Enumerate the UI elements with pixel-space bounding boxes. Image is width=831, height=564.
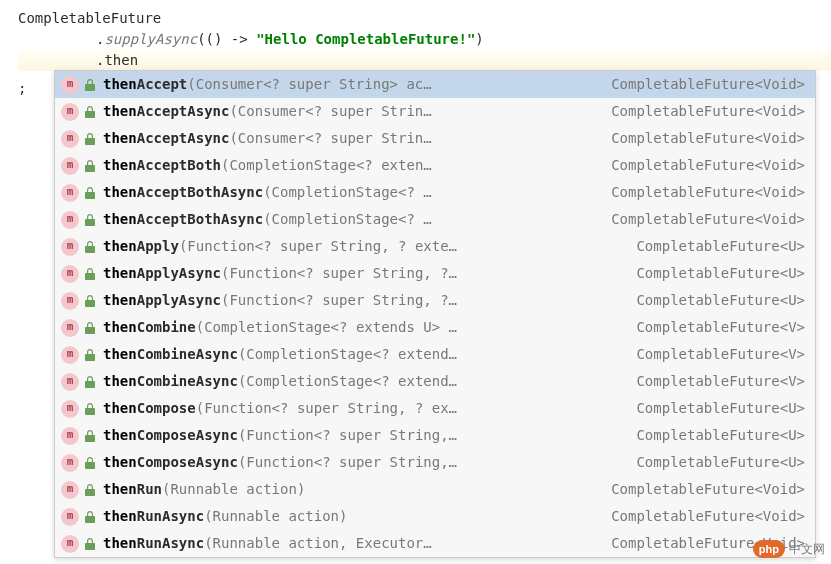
return-type: CompletableFuture<V> <box>636 344 805 365</box>
lock-icon <box>83 349 97 361</box>
method-icon: m <box>61 184 79 202</box>
method-icon: m <box>61 211 79 229</box>
lock-icon <box>83 133 97 145</box>
completion-label: thenApply(Function<? super String, ? ext… <box>103 236 457 257</box>
code-line-3-active: .then <box>18 50 831 71</box>
lock-icon <box>83 484 97 496</box>
method-icon: m <box>61 76 79 94</box>
lock-icon <box>83 295 97 307</box>
lock-icon <box>83 241 97 253</box>
completion-label: thenAcceptBothAsync(CompletionStage<? … <box>103 182 432 203</box>
completion-item[interactable]: mthenRunAsync(Runnable action)Completabl… <box>55 503 815 530</box>
lock-icon <box>83 160 97 172</box>
return-type: CompletableFuture<Void> <box>611 128 805 149</box>
lock-icon <box>83 106 97 118</box>
completion-item[interactable]: mthenRunAsync(Runnable action, Executor…… <box>55 530 815 557</box>
completion-label: thenCombineAsync(CompletionStage<? exten… <box>103 344 457 365</box>
return-type: CompletableFuture<Void> <box>611 182 805 203</box>
completion-label: thenRunAsync(Runnable action, Executor… <box>103 533 432 554</box>
completion-item[interactable]: mthenCompose(Function<? super String, ? … <box>55 395 815 422</box>
lock-icon <box>83 457 97 469</box>
method-icon: m <box>61 481 79 499</box>
watermark: php 中文网 <box>753 540 825 559</box>
lock-icon <box>83 79 97 91</box>
completion-item[interactable]: mthenCombine(CompletionStage<? extends U… <box>55 314 815 341</box>
completion-label: thenAcceptBothAsync(CompletionStage<? … <box>103 209 432 230</box>
completion-label: thenCombine(CompletionStage<? extends U>… <box>103 317 457 338</box>
completion-item[interactable]: mthenAcceptBothAsync(CompletionStage<? …… <box>55 179 815 206</box>
method-icon: m <box>61 265 79 283</box>
completion-item[interactable]: mthenComposeAsync(Function<? super Strin… <box>55 422 815 449</box>
completion-label: thenAcceptBoth(CompletionStage<? exten… <box>103 155 432 176</box>
typed-text: then <box>104 52 138 68</box>
completion-item[interactable]: mthenComposeAsync(Function<? super Strin… <box>55 449 815 476</box>
autocomplete-popup[interactable]: mthenAccept(Consumer<? super String> ac…… <box>54 70 816 558</box>
method-icon: m <box>61 427 79 445</box>
method-icon: m <box>61 157 79 175</box>
method-icon: m <box>61 535 79 553</box>
lock-icon <box>83 511 97 523</box>
method-icon: m <box>61 373 79 391</box>
method-icon: m <box>61 292 79 310</box>
return-type: CompletableFuture<Void> <box>611 155 805 176</box>
completion-item[interactable]: mthenAcceptBoth(CompletionStage<? exten…… <box>55 152 815 179</box>
completion-label: thenComposeAsync(Function<? super String… <box>103 452 457 473</box>
completion-label: thenAccept(Consumer<? super String> ac… <box>103 74 432 95</box>
method-icon: m <box>61 103 79 121</box>
completion-item[interactable]: mthenAccept(Consumer<? super String> ac…… <box>55 71 815 98</box>
return-type: CompletableFuture<U> <box>636 263 805 284</box>
completion-label: thenRun(Runnable action) <box>103 479 305 500</box>
completion-label: thenApplyAsync(Function<? super String, … <box>103 290 457 311</box>
completion-label: thenComposeAsync(Function<? super String… <box>103 425 457 446</box>
method-icon: m <box>61 130 79 148</box>
return-type: CompletableFuture<U> <box>636 425 805 446</box>
lock-icon <box>83 187 97 199</box>
string-literal: "Hello CompletableFuture!" <box>256 31 475 47</box>
completion-label: thenAcceptAsync(Consumer<? super Strin… <box>103 101 432 122</box>
code-line-1: CompletableFuture <box>18 8 831 29</box>
lock-icon <box>83 538 97 550</box>
method-icon: m <box>61 454 79 472</box>
return-type: CompletableFuture<U> <box>636 398 805 419</box>
return-type: CompletableFuture<V> <box>636 371 805 392</box>
completion-item[interactable]: mthenRun(Runnable action)CompletableFutu… <box>55 476 815 503</box>
completion-item[interactable]: mthenCombineAsync(CompletionStage<? exte… <box>55 341 815 368</box>
method-icon: m <box>61 400 79 418</box>
code-editor[interactable]: CompletableFuture .supplyAsync(() -> "He… <box>0 0 831 71</box>
completion-item[interactable]: mthenAcceptBothAsync(CompletionStage<? …… <box>55 206 815 233</box>
completion-item[interactable]: mthenApply(Function<? super String, ? ex… <box>55 233 815 260</box>
lock-icon <box>83 214 97 226</box>
lock-icon <box>83 376 97 388</box>
completion-item[interactable]: mthenAcceptAsync(Consumer<? super Strin…… <box>55 125 815 152</box>
completion-item[interactable]: mthenApplyAsync(Function<? super String,… <box>55 287 815 314</box>
code-line-2: .supplyAsync(() -> "Hello CompletableFut… <box>18 29 831 50</box>
completion-item[interactable]: mthenCombineAsync(CompletionStage<? exte… <box>55 368 815 395</box>
completion-label: thenAcceptAsync(Consumer<? super Strin… <box>103 128 432 149</box>
lock-icon <box>83 403 97 415</box>
completion-label: thenCompose(Function<? super String, ? e… <box>103 398 457 419</box>
return-type: CompletableFuture<U> <box>636 452 805 473</box>
return-type: CompletableFuture<Void> <box>611 479 805 500</box>
watermark-text: 中文网 <box>789 540 825 558</box>
completion-label: thenApplyAsync(Function<? super String, … <box>103 263 457 284</box>
return-type: CompletableFuture<Void> <box>611 74 805 95</box>
type-name: CompletableFuture <box>18 10 161 26</box>
method-icon: m <box>61 346 79 364</box>
return-type: CompletableFuture<V> <box>636 317 805 338</box>
completion-item[interactable]: mthenAcceptAsync(Consumer<? super Strin…… <box>55 98 815 125</box>
return-type: CompletableFuture<Void> <box>611 101 805 122</box>
lock-icon <box>83 268 97 280</box>
method-call: supplyAsync <box>104 31 197 47</box>
method-icon: m <box>61 508 79 526</box>
statement-terminator: ; <box>18 78 26 99</box>
lock-icon <box>83 322 97 334</box>
completion-item[interactable]: mthenApplyAsync(Function<? super String,… <box>55 260 815 287</box>
return-type: CompletableFuture<Void> <box>611 506 805 527</box>
completion-label: thenRunAsync(Runnable action) <box>103 506 347 527</box>
method-icon: m <box>61 238 79 256</box>
completion-label: thenCombineAsync(CompletionStage<? exten… <box>103 371 457 392</box>
return-type: CompletableFuture<U> <box>636 236 805 257</box>
php-badge: php <box>753 540 785 559</box>
method-icon: m <box>61 319 79 337</box>
return-type: CompletableFuture<U> <box>636 290 805 311</box>
